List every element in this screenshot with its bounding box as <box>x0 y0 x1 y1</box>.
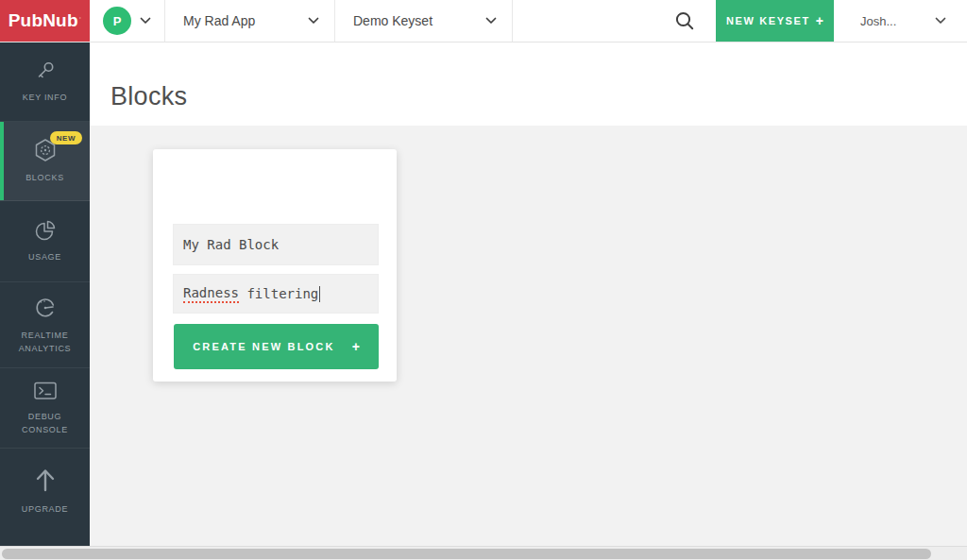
chevron-down-icon <box>140 17 151 25</box>
topbar: PubNubʾ P My Rad App Demo Keyset NEW KEY… <box>0 0 967 42</box>
new-keyset-button-label: NEW KEYSET <box>726 15 810 26</box>
plus-icon: + <box>816 13 823 28</box>
horizontal-scrollbar-thumb[interactable] <box>2 549 931 559</box>
sidebar-filler <box>0 532 90 546</box>
create-block-card: My Rad Block Radness filtering CREATE NE… <box>153 149 397 382</box>
search-area[interactable] <box>513 0 716 42</box>
key-icon <box>33 59 58 83</box>
trademark-mark: ʾ <box>79 16 82 25</box>
new-badge: NEW <box>50 131 82 144</box>
keyset-selector-dropdown[interactable]: Demo Keyset <box>335 0 513 42</box>
sidebar: KEY INFO NEW BLOCKS USAGE REALTIME ANALY… <box>0 42 90 546</box>
create-new-block-button[interactable]: CREATE NEW BLOCK + <box>174 324 379 369</box>
sidebar-item-label: REALTIME ANALYTICS <box>10 330 80 356</box>
avatar: P <box>103 7 131 35</box>
sidebar-item-blocks[interactable]: NEW BLOCKS <box>0 122 90 201</box>
chevron-down-icon <box>935 17 946 25</box>
pie-chart-icon <box>33 218 58 243</box>
sidebar-item-debug-console[interactable]: DEBUG CONSOLE <box>0 368 90 449</box>
app-selector-value: My Rad App <box>183 13 255 28</box>
search-icon[interactable] <box>674 10 695 31</box>
arrow-up-icon <box>30 465 60 495</box>
sidebar-item-realtime-analytics[interactable]: REALTIME ANALYTICS <box>0 282 90 368</box>
pubnub-logo[interactable]: PubNubʾ <box>0 0 90 42</box>
account-menu[interactable]: P <box>90 0 165 42</box>
logo-text: PubNub <box>8 10 78 31</box>
block-description-input[interactable]: Radness filtering <box>173 274 379 314</box>
page-title: Blocks <box>90 42 967 111</box>
app-selector-dropdown[interactable]: My Rad App <box>165 0 335 42</box>
gauge-icon <box>32 295 59 321</box>
sidebar-item-key-info[interactable]: KEY INFO <box>0 42 90 122</box>
keyset-selector-value: Demo Keyset <box>353 13 433 28</box>
chevron-down-icon <box>485 17 497 25</box>
chevron-down-icon <box>308 17 319 25</box>
horizontal-scrollbar[interactable] <box>0 546 967 560</box>
new-keyset-button[interactable]: NEW KEYSET + <box>716 0 834 42</box>
create-button-label: CREATE NEW BLOCK <box>193 341 335 352</box>
sidebar-item-label: USAGE <box>28 251 61 264</box>
sidebar-item-usage[interactable]: USAGE <box>0 201 90 282</box>
block-name-value: My Rad Block <box>183 237 279 252</box>
user-menu-dropdown[interactable]: Josh... <box>834 0 967 42</box>
sidebar-item-label: UPGRADE <box>22 503 68 517</box>
sidebar-item-label: BLOCKS <box>25 172 64 185</box>
misspelled-word: Radness <box>183 285 239 303</box>
text-caret <box>319 286 320 302</box>
active-indicator <box>0 122 4 200</box>
page-header: Blocks <box>90 42 967 126</box>
user-menu-value: Josh... <box>860 14 896 28</box>
description-rest: filtering <box>239 286 318 301</box>
plus-icon: + <box>352 339 360 354</box>
sidebar-item-label: DEBUG CONSOLE <box>10 411 80 437</box>
content-area: My Rad Block Radness filtering CREATE NE… <box>90 126 967 546</box>
pubnub-admin-app: PubNubʾ P My Rad App Demo Keyset NEW KEY… <box>0 0 967 560</box>
terminal-icon <box>32 380 59 402</box>
block-name-input[interactable]: My Rad Block <box>173 224 379 265</box>
sidebar-item-label: KEY INFO <box>23 92 67 105</box>
sidebar-item-upgrade[interactable]: UPGRADE <box>0 449 90 532</box>
